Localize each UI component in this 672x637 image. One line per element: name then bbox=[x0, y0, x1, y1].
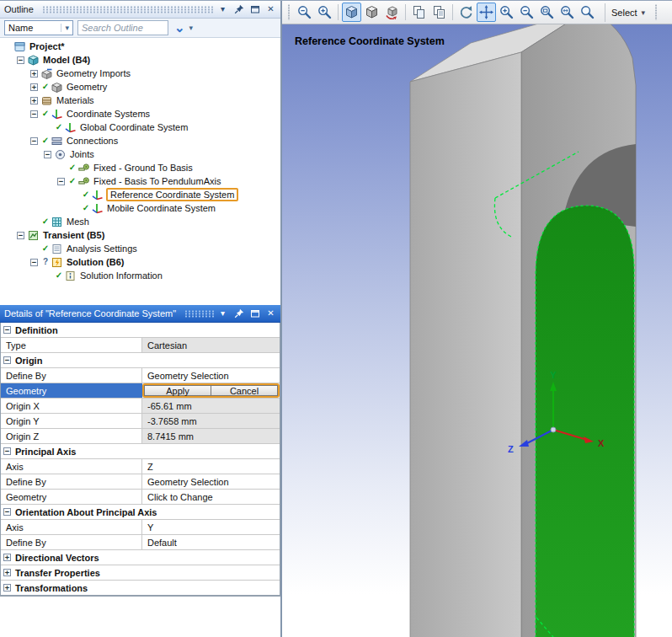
refresh-view-icon[interactable] bbox=[456, 3, 476, 22]
apply-button[interactable]: Apply bbox=[144, 385, 211, 396]
copy-view-icon[interactable] bbox=[409, 3, 429, 22]
category-row-transfer-properties[interactable]: +Transfer Properties bbox=[1, 565, 280, 580]
shaded-view-cube-icon[interactable] bbox=[362, 3, 381, 22]
tree-item-reference-coordinate-system[interactable]: ✓Reference Coordinate System bbox=[0, 188, 280, 201]
float-window-icon[interactable] bbox=[249, 308, 260, 319]
category-row-transformations[interactable]: +Transformations bbox=[1, 581, 280, 595]
plus-expander[interactable]: + bbox=[3, 554, 11, 561]
zoom-in-icon[interactable] bbox=[315, 3, 334, 22]
float-window-icon[interactable] bbox=[249, 4, 260, 15]
tree-item-solution-information[interactable]: ✓Solution Information bbox=[0, 269, 280, 282]
viewport-3d[interactable]: Y X Z Reference Coordinate System bbox=[282, 24, 672, 637]
property-value: -65.61 mm bbox=[142, 399, 280, 413]
zoom-out-icon[interactable] bbox=[295, 3, 314, 22]
details-row-transformations: +Transformations bbox=[1, 581, 280, 596]
category-row-principal-axis[interactable]: −Principal Axis bbox=[1, 444, 280, 458]
csys-icon bbox=[65, 122, 76, 133]
pin-icon[interactable] bbox=[233, 308, 244, 319]
category-row-directional-vectors[interactable]: +Directional Vectors bbox=[1, 550, 280, 565]
column-body[interactable] bbox=[410, 24, 636, 637]
iso-view-cube-icon[interactable] bbox=[342, 3, 361, 22]
property-value: -3.7658 mm bbox=[142, 414, 280, 428]
category-row-origin[interactable]: −Origin bbox=[1, 353, 280, 367]
property-value[interactable]: Y bbox=[142, 520, 280, 534]
tree-item-solution-b6[interactable]: −?Solution (B6) bbox=[0, 255, 280, 269]
magnifier-window-icon[interactable] bbox=[578, 3, 597, 22]
tree-item-model-b4[interactable]: −Model (B4) bbox=[0, 53, 280, 67]
plus-expander[interactable]: + bbox=[3, 569, 11, 576]
plus-expander[interactable]: + bbox=[30, 97, 38, 104]
tree-item-analysis-settings[interactable]: ✓Analysis Settings bbox=[0, 242, 280, 255]
tree-item-materials[interactable]: +Materials bbox=[0, 94, 280, 107]
tree-item-mobile-coordinate-system[interactable]: ✓Mobile Coordinate System bbox=[0, 201, 280, 215]
search-outline-input[interactable] bbox=[77, 20, 168, 35]
tree-item-joints[interactable]: −Joints bbox=[0, 147, 280, 161]
minus-expander[interactable]: − bbox=[30, 137, 38, 145]
plus-expander[interactable]: + bbox=[30, 70, 38, 78]
toolbar-grip[interactable] bbox=[654, 4, 659, 20]
tree-item-label: Solution (B6) bbox=[65, 257, 125, 267]
triad-z-label: Z bbox=[508, 444, 514, 454]
minus-expander[interactable]: − bbox=[17, 56, 24, 64]
chevron-down-icon[interactable]: ▾ bbox=[189, 24, 194, 32]
category-row-orientation-about-principal-axis[interactable]: −Orientation About Principal Axis bbox=[1, 505, 280, 519]
rotate-view-icon[interactable] bbox=[382, 3, 402, 22]
expand-tree-chevron-icon[interactable]: ⌄ bbox=[174, 24, 185, 32]
tree-item-label: Connections bbox=[65, 136, 120, 146]
check-icon: ✓ bbox=[41, 136, 50, 145]
minus-expander[interactable]: − bbox=[3, 508, 11, 516]
box-zoom-icon[interactable] bbox=[537, 3, 557, 22]
minus-expander[interactable]: − bbox=[3, 356, 11, 364]
pin-icon[interactable] bbox=[233, 4, 244, 15]
close-icon[interactable]: ✕ bbox=[265, 308, 276, 319]
chevron-down-icon[interactable]: ▾ bbox=[217, 4, 228, 15]
minus-expander[interactable]: − bbox=[3, 447, 11, 455]
toolbar-grip[interactable] bbox=[287, 4, 291, 20]
details-drag-grip[interactable] bbox=[184, 310, 214, 318]
tree-item-coordinate-systems[interactable]: −✓Coordinate Systems bbox=[0, 107, 280, 120]
project-icon bbox=[14, 41, 25, 52]
tree-item-fixed-ground-to-basis[interactable]: ✓Fixed - Ground To Basis bbox=[0, 161, 280, 174]
minus-expander[interactable]: − bbox=[17, 232, 24, 239]
category-row-definition[interactable]: −Definition bbox=[1, 323, 280, 337]
plus-expander[interactable]: + bbox=[3, 584, 11, 592]
property-value[interactable]: Default bbox=[142, 535, 280, 549]
minus-expander[interactable]: − bbox=[3, 326, 11, 334]
property-label: Define By bbox=[1, 368, 142, 383]
minus-expander[interactable]: − bbox=[30, 259, 38, 266]
chevron-down-icon[interactable]: ▾ bbox=[61, 24, 69, 32]
tree-item-transient-b5[interactable]: −Transient (B5) bbox=[0, 228, 280, 242]
property-value[interactable]: Geometry Selection bbox=[142, 474, 280, 489]
tree-item-geometry[interactable]: +✓Geometry bbox=[0, 80, 280, 94]
cancel-button[interactable]: Cancel bbox=[211, 385, 278, 396]
paste-view-icon[interactable] bbox=[429, 3, 449, 22]
toolbar-separator bbox=[405, 4, 406, 20]
tree-item-global-coordinate-system[interactable]: ✓Global Coordinate System bbox=[0, 120, 280, 134]
minus-expander[interactable]: − bbox=[30, 110, 38, 118]
zoom-in-tool-icon[interactable] bbox=[497, 3, 516, 22]
outline-filter-bar: Name ▾ ⌄ ▾ bbox=[0, 19, 280, 38]
tree-item-connections[interactable]: −✓Connections bbox=[0, 134, 280, 147]
minus-expander[interactable]: − bbox=[44, 151, 51, 158]
csys-icon bbox=[92, 203, 103, 214]
chevron-down-icon[interactable]: ▾ bbox=[217, 308, 228, 319]
property-value[interactable]: Z bbox=[142, 459, 280, 474]
pan-mode-icon[interactable] bbox=[477, 3, 496, 22]
outline-drag-grip[interactable] bbox=[42, 6, 214, 13]
tree-item-fixed-basis-to-pendulumaxis[interactable]: −✓Fixed - Basis To PendulumAxis bbox=[0, 174, 280, 188]
tree-item-label: Fixed - Ground To Basis bbox=[92, 163, 195, 173]
zoom-out-tool-icon[interactable] bbox=[517, 3, 536, 22]
name-filter-dropdown[interactable]: Name ▾ bbox=[4, 20, 73, 35]
minus-expander[interactable]: − bbox=[57, 178, 65, 185]
property-value[interactable]: Geometry Selection bbox=[142, 368, 280, 383]
details-row-definition: −Definition bbox=[1, 323, 280, 338]
tree-item-project[interactable]: Project* bbox=[0, 40, 280, 53]
plus-expander[interactable]: + bbox=[30, 83, 38, 91]
zoom-to-fit-icon[interactable] bbox=[557, 3, 577, 22]
property-value[interactable]: Click to Change bbox=[142, 490, 280, 504]
tree-item-mesh[interactable]: ✓Mesh bbox=[0, 215, 280, 228]
select-mode-dropdown[interactable]: Select ▾ bbox=[605, 3, 651, 22]
tree-item-geometry-imports[interactable]: +Geometry Imports bbox=[0, 67, 280, 80]
csys-icon bbox=[92, 190, 103, 201]
close-icon[interactable]: ✕ bbox=[265, 4, 276, 15]
